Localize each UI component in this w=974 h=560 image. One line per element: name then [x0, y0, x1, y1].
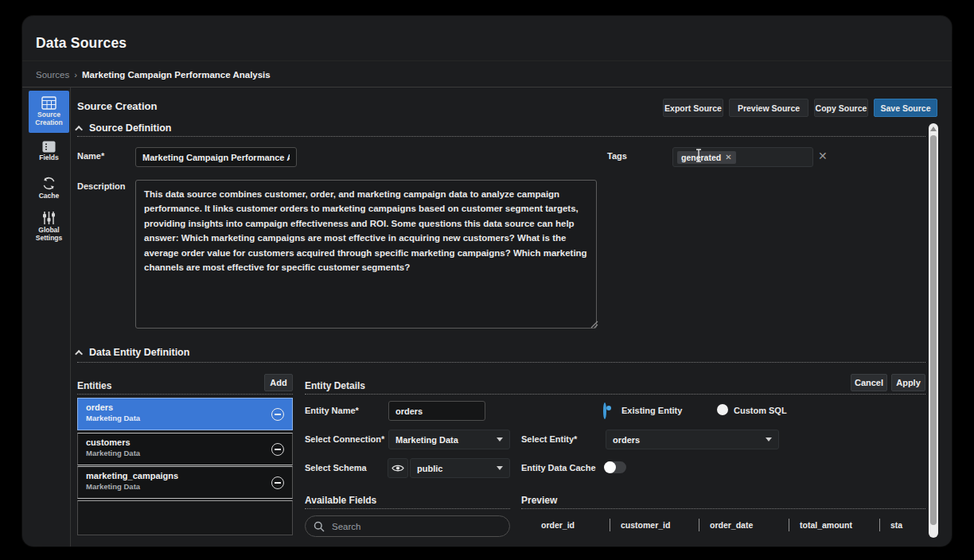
sidebar-item-cache[interactable]: Cache — [29, 172, 69, 204]
save-source-button[interactable]: Save Source — [874, 99, 937, 117]
sidebar-divider — [70, 88, 71, 546]
column-divider — [879, 519, 880, 531]
entity-list-empty-area — [77, 500, 293, 535]
export-source-button[interactable]: Export Source — [663, 99, 723, 117]
sliders-icon — [41, 211, 56, 225]
entities-dotted-divider — [77, 394, 293, 395]
existing-entity-label: Existing Entity — [621, 406, 682, 415]
cancel-button[interactable]: Cancel — [851, 374, 887, 391]
scrollbar-thumb[interactable] — [930, 135, 937, 525]
scroll-up-icon[interactable] — [930, 126, 937, 131]
data-entity-definition-title: Data Entity Definition — [89, 347, 189, 358]
tag-chip: generated ✕ — [677, 151, 736, 164]
source-definition-title: Source Definition — [89, 122, 171, 134]
sidebar-item-global-settings[interactable]: Global Settings — [29, 207, 69, 247]
select-schema-value: public — [417, 464, 442, 473]
vertical-scrollbar[interactable] — [929, 123, 938, 538]
entity-source: Marketing Data — [86, 449, 284, 457]
existing-entity-radio[interactable] — [603, 402, 606, 419]
select-schema-dropdown[interactable]: public — [410, 458, 510, 478]
custom-sql-radio[interactable] — [717, 404, 728, 415]
preview-header: Preview — [521, 495, 557, 506]
chevron-up-icon — [75, 349, 83, 357]
preview-dotted-divider — [521, 508, 925, 509]
available-fields-dotted-divider — [305, 508, 510, 509]
entity-name-input[interactable] — [388, 401, 485, 421]
list-icon — [42, 141, 56, 153]
custom-sql-label: Custom SQL — [734, 406, 787, 415]
chevron-down-icon — [766, 438, 772, 441]
tags-input[interactable]: generated ✕ — [672, 147, 813, 167]
entity-list-item-marketing-campaigns[interactable]: marketing_campaigns Marketing Data — [77, 466, 293, 499]
entity-list-item-customers[interactable]: customers Marketing Data — [77, 433, 293, 465]
sidebar-item-label: Fields — [39, 154, 59, 162]
table-icon — [41, 96, 56, 110]
toggle-knob — [604, 461, 616, 473]
data-entity-definition-section-header[interactable]: Data Entity Definition — [77, 347, 189, 358]
add-entity-button[interactable]: Add — [264, 374, 293, 391]
tags-label: Tags — [607, 151, 627, 161]
schema-visibility-button[interactable] — [388, 458, 408, 478]
header-divider — [22, 60, 952, 61]
remove-entity-icon[interactable] — [271, 476, 284, 489]
preview-column-status: sta — [890, 520, 902, 530]
entity-name: marketing_campaigns — [86, 471, 284, 480]
column-divider — [789, 519, 789, 531]
preview-column-order-date: order_date — [710, 520, 753, 530]
entity-name-label: Entity Name* — [305, 406, 359, 415]
refresh-icon — [41, 176, 56, 191]
description-label: Description — [77, 181, 126, 191]
select-connection-value: Marketing Data — [395, 435, 458, 445]
remove-tag-icon[interactable]: ✕ — [725, 153, 731, 161]
column-divider — [610, 519, 610, 531]
apply-button[interactable]: Apply — [891, 374, 925, 391]
select-connection-dropdown[interactable]: Marketing Data — [388, 430, 510, 449]
data-sources-window: Data Sources Sources›Marketing Campaign … — [22, 16, 952, 546]
select-entity-value: orders — [613, 435, 640, 445]
description-textarea[interactable]: This data source combines customer, orde… — [135, 180, 597, 329]
copy-source-button[interactable]: Copy Source — [814, 99, 868, 117]
select-entity-label: Select Entity* — [521, 434, 577, 444]
breadcrumb-sources-link[interactable]: Sources — [36, 70, 69, 80]
chevron-down-icon — [497, 438, 503, 441]
clear-tags-icon[interactable]: ✕ — [818, 150, 828, 162]
search-input[interactable] — [330, 521, 489, 532]
column-divider — [699, 519, 699, 531]
section-dotted-divider — [77, 362, 925, 363]
source-definition-section-header[interactable]: Source Definition — [77, 122, 171, 134]
preview-column-order-id: order_id — [541, 520, 575, 530]
entity-data-cache-toggle[interactable] — [605, 461, 626, 473]
page-title: Data Sources — [36, 35, 127, 52]
breadcrumb-divider — [22, 87, 952, 88]
breadcrumb: Sources›Marketing Campaign Performance A… — [36, 70, 271, 80]
select-entity-dropdown[interactable]: orders — [606, 430, 779, 449]
entity-list-item-orders[interactable]: orders Marketing Data — [77, 398, 293, 430]
preview-source-button[interactable]: Preview Source — [729, 99, 808, 117]
search-icon — [314, 521, 325, 532]
available-fields-header: Available Fields — [305, 495, 376, 506]
sidebar-item-source-creation[interactable]: Source Creation — [29, 91, 69, 133]
chevron-down-icon — [497, 466, 503, 470]
preview-column-total-amount: total_amount — [800, 520, 852, 530]
source-creation-heading: Source Creation — [77, 100, 157, 112]
entity-data-cache-label: Entity Data Cache — [521, 463, 596, 472]
field-search[interactable] — [305, 515, 510, 537]
sidebar-item-label: Source Creation — [32, 111, 67, 127]
entity-name: orders — [86, 402, 284, 412]
preview-column-customer-id: customer_id — [621, 520, 670, 530]
select-schema-label: Select Schema — [305, 463, 367, 472]
sidebar-item-label: Global Settings — [31, 227, 68, 243]
eye-icon — [392, 464, 404, 472]
remove-entity-icon[interactable] — [271, 408, 284, 421]
name-label: Name* — [77, 151, 104, 161]
sidebar-item-fields[interactable]: Fields — [29, 137, 69, 165]
chevron-up-icon — [75, 125, 83, 133]
sidebar-item-label: Cache — [39, 192, 60, 200]
breadcrumb-separator: › — [74, 70, 77, 80]
name-input[interactable] — [135, 147, 297, 167]
section-dotted-divider — [77, 136, 925, 137]
select-connection-label: Select Connection* — [305, 434, 384, 444]
entity-details-dotted-divider — [305, 394, 925, 395]
remove-entity-icon[interactable] — [271, 443, 284, 456]
entity-source: Marketing Data — [86, 414, 284, 422]
